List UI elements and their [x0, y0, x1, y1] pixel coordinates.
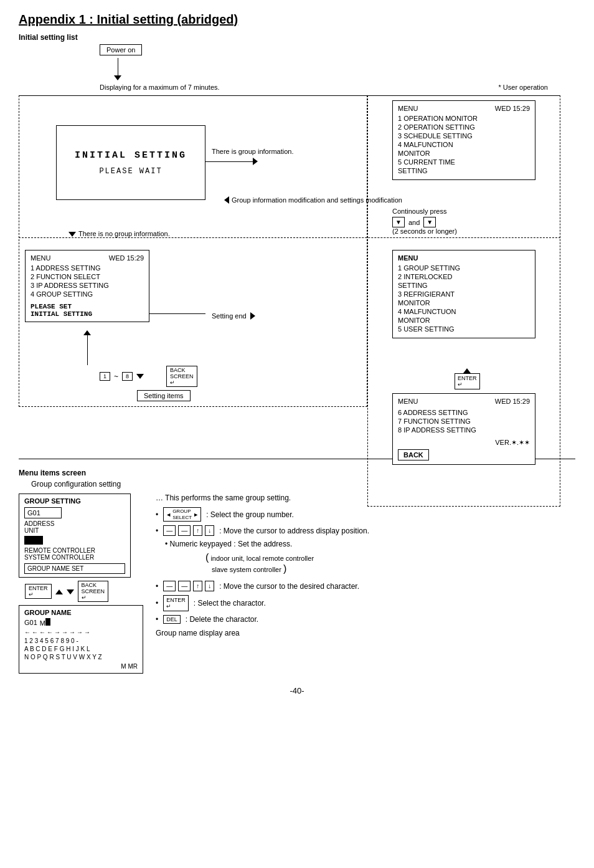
screen-nav-arrows: ENTER↵ BACKSCREEN↵ [25, 581, 143, 602]
arrow-line-right-1 [205, 161, 255, 162]
delete-char-instruction: • DEL : Delete the charactor. [156, 615, 575, 624]
back-screen-btn[interactable]: BACKSCREEN↵ [166, 366, 197, 387]
arrow-line-1 [118, 58, 118, 77]
back-button[interactable]: BACK [398, 449, 429, 460]
group-name-area-label: Group name display area [156, 629, 575, 637]
menu-screen-top-right: MENU WED 15:29 1 OPERATION MONITOR 2 OPE… [392, 100, 535, 180]
select-char-instruction: • ENTER↵ : Select the charactor. [156, 595, 575, 611]
menu-items-section: Menu items screen Group configuration se… [19, 469, 575, 674]
right-arrow-btn[interactable]: ▼ [423, 217, 436, 227]
group-mod-label: Group information modification and setti… [224, 196, 402, 204]
arrow-down-1 [114, 75, 121, 80]
menu-screen-bottom-right: MENU WED 15:29 6 ADDRESS SETTING 7 FUNCT… [392, 393, 535, 465]
user-operation-note: * User operation [499, 83, 549, 92]
num-1-btn[interactable]: 1 [100, 372, 110, 381]
group-info-no-label: There is no group information. [68, 230, 170, 237]
unit-indicator [24, 536, 43, 545]
numeric-instruction: • Numeric keypayed : Set the address. [165, 540, 575, 548]
menu-items-label: Menu items screen [19, 469, 575, 477]
nav-down2-btn[interactable]: ↓ [205, 581, 214, 591]
enter-select-btn[interactable]: ENTER↵ [163, 595, 189, 611]
nav-minus3-btn[interactable]: — [163, 581, 176, 591]
enter-nav-btn[interactable]: ENTER↵ [25, 584, 52, 599]
move-cursor-instruction: • — — ↑ ↓ : Move the cursor to address d… [156, 525, 575, 536]
nav-minus2-btn[interactable]: — [178, 525, 191, 536]
initial-setting-display: INITIAL SETTING PLEASE WAIT [56, 125, 205, 200]
group-select-instruction: • ◄ GROUPSELECT ► : Select the group num… [156, 507, 575, 522]
page-number: -40- [19, 686, 575, 695]
nav-minus4-btn[interactable]: — [178, 581, 191, 591]
continuously-press-note: Continously press ▼ and ▼ (2 seconds or … [392, 207, 457, 235]
setting-end-label: Setting end [212, 312, 255, 320]
setting-items-label: Setting items [137, 390, 191, 401]
v-line-up-1 [87, 331, 88, 365]
back-screen-nav-btn[interactable]: BACKSCREEN↵ [78, 581, 109, 602]
group-setting-screen: GROUP SETTING G01 ADDRESS UNIT REMOTE CO… [19, 494, 131, 578]
h-line-setting-end [149, 313, 205, 314]
arrow-up-1 [83, 330, 91, 335]
display-note: Displaying for a maximum of 7 minutes. [100, 83, 220, 92]
g01-box: G01 [24, 507, 62, 518]
arrow-chars-row: ←←←←→→→→→ [24, 629, 138, 636]
group-select-btn[interactable]: ◄ GROUPSELECT ► [163, 507, 201, 522]
h-divider-1 [19, 95, 560, 96]
nav-btns-addr: — — ↑ ↓ [163, 525, 214, 536]
group-setting-screens: GROUP SETTING G01 ADDRESS UNIT REMOTE CO… [19, 494, 143, 674]
menu-screen-left: MENU WED 15:29 1 ADDRESS SETTING 2 FUNCT… [25, 250, 149, 322]
group-info-yes-label: There is group information. [212, 147, 293, 156]
menu-screen-middle-right: MENU 1 GROUP SETTING 2 INTERLOCKED SETTI… [392, 250, 535, 338]
nav-btns-char: — — ↑ ↓ [163, 581, 214, 591]
dashed-divider-1 [19, 237, 560, 238]
flow-diagram: Power on Displaying for a maximum of 7 m… [19, 44, 579, 449]
nav-up2-btn[interactable]: ↑ [193, 581, 202, 591]
enter-key-icon: ENTER↵ [455, 368, 480, 389]
group-name-screen: GROUP NAME G01 M ←←←←→→→→→ 1 2 3 4 5 6 7… [19, 605, 143, 674]
arrow-right-1 [253, 158, 258, 165]
nav-down-btn[interactable]: ↓ [205, 525, 214, 536]
group-config-label: Group configuration setting [31, 480, 575, 489]
section-label: Initial setting list [19, 33, 575, 42]
page-title: Appendix 1 : Initial setting (abridged) [19, 12, 575, 27]
instructions-panel: … This performs the same group setting. … [156, 494, 575, 637]
nav-up-btn[interactable]: ↑ [193, 525, 202, 536]
left-arrow-btn[interactable]: ▼ [392, 217, 405, 227]
del-btn[interactable]: DEL [163, 615, 181, 624]
nav-minus-btn[interactable]: — [163, 525, 176, 536]
num-8-btn[interactable]: 8 [122, 372, 133, 381]
unit-note: ( indoor unit, local remote controller s… [205, 552, 575, 575]
group-name-set-field[interactable]: GROUP NAME SET [24, 563, 125, 574]
number-selector: 1 ~ 8 BACKSCREEN↵ [100, 365, 197, 387]
power-on-box: Power on [100, 44, 142, 55]
move-cursor-char-instruction: • — — ↑ ↓ : Move the cursor to the desir… [156, 581, 575, 591]
power-on-label: Power on [100, 44, 142, 55]
